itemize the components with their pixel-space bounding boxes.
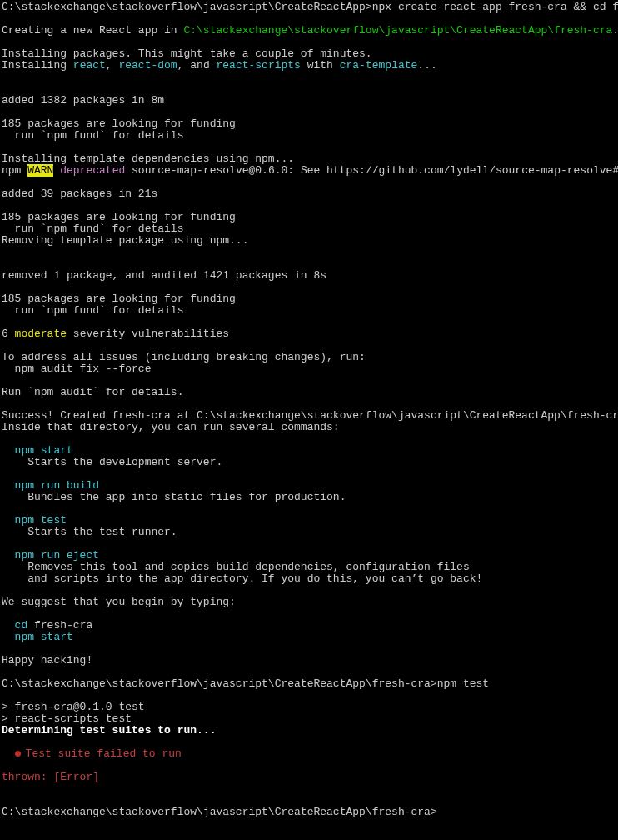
cmd-desc: and scripts into the app directory. If y… <box>2 572 482 585</box>
funding-detail: run `npm fund` for details <box>2 304 183 317</box>
prompt-line: C:\stackexchange\stackoverflow\javascrip… <box>2 678 489 690</box>
terminal-output[interactable]: C:\stackexchange\stackoverflow\javascrip… <box>0 0 618 820</box>
funding-detail: run `npm fund` for details <box>2 222 183 235</box>
test-header: > react-scripts test <box>2 712 132 725</box>
prompt-line[interactable]: C:\stackexchange\stackoverflow\javascrip… <box>2 806 437 818</box>
cmd-desc: Starts the test runner. <box>2 526 177 538</box>
deprecated-line: npm WARN deprecated source-map-resolve@0… <box>2 164 618 177</box>
removed-line: removed 1 package, and audited 1421 pack… <box>2 269 326 282</box>
cmd-desc: Starts the development server. <box>2 456 222 468</box>
install-pkgs: Installing react, react-dom, and react-s… <box>2 59 437 72</box>
cmd-npm-build: npm run build <box>2 479 99 492</box>
vuln-line: 6 moderate severity vulnerabilities <box>2 328 229 340</box>
cd-line: cd fresh-cra <box>2 619 92 632</box>
inside-line: Inside that directory, you can run sever… <box>2 421 340 433</box>
happy-line: Happy hacking! <box>2 654 92 667</box>
address-line: To address all issues (including breakin… <box>2 351 366 363</box>
cmd-npm-test: npm test <box>2 514 67 527</box>
suggest-line: We suggest that you begin by typing: <box>2 596 236 608</box>
determining-line: Determining test suites to run... <box>2 724 216 737</box>
cmd-desc: Removes this tool and copies build depen… <box>2 561 470 573</box>
prompt-line: C:\stackexchange\stackoverflow\javascrip… <box>2 1 618 13</box>
address-cmd: npm audit fix --force <box>2 362 151 375</box>
funding-detail: run `npm fund` for details <box>2 129 183 142</box>
creating-line: Creating a new React app in C:\stackexch… <box>2 24 618 37</box>
npm-start-line: npm start <box>2 631 73 643</box>
test-header: > fresh-cra@0.1.0 test <box>2 701 145 713</box>
tpl-dep-line: Installing template dependencies using n… <box>2 152 294 165</box>
funding-line: 185 packages are looking for funding <box>2 292 236 305</box>
fail-dot-icon <box>15 748 26 760</box>
audit-line: Run `npm audit` for details. <box>2 386 183 398</box>
fail-line: Test suite failed to run <box>2 748 182 760</box>
funding-line: 185 packages are looking for funding <box>2 118 236 130</box>
cmd-npm-eject: npm run eject <box>2 549 99 562</box>
funding-line: 185 packages are looking for funding <box>2 211 236 223</box>
added-line: added 39 packages in 21s <box>2 188 157 200</box>
thrown-line: thrown: [Error] <box>2 771 99 783</box>
success-line: Success! Created fresh-cra at C:\stackex… <box>2 409 618 422</box>
added-line: added 1382 packages in 8m <box>2 94 164 107</box>
cmd-npm-start: npm start <box>2 444 73 457</box>
removing-line: Removing template package using npm... <box>2 234 248 247</box>
cmd-desc: Bundles the app into static files for pr… <box>2 491 346 503</box>
install-line: Installing packages. This might take a c… <box>2 48 372 60</box>
